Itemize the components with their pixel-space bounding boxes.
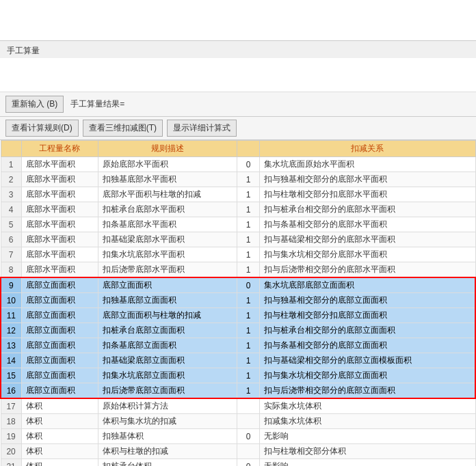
table-row[interactable]: 18体积体积与集水坑的扣减扣减集水坑体积 <box>1 414 475 429</box>
row-index: 4 <box>1 202 21 217</box>
col-header-name: 工程量名称 <box>21 141 98 157</box>
row-rule-desc: 扣基础梁底部立面面积 <box>98 353 237 368</box>
row-quantity-name: 底部立面面积 <box>21 353 98 368</box>
table-row[interactable]: 12底部立面面积扣桩承台底部立面面积1扣与桩承台相交部分的底部立面面积 <box>1 323 475 338</box>
table-row[interactable]: 20体积体积与柱墩的扣减扣与柱墩相交部分体积 <box>1 444 475 459</box>
row-deduct-relation: 集水坑底面原始水平面积 <box>260 157 475 172</box>
row-coeff: 1 <box>237 323 260 338</box>
table-row[interactable]: 10底部立面面积扣独基底部立面面积1扣与独基相交部分的底部立面面积 <box>1 293 475 308</box>
row-index: 9 <box>1 277 21 293</box>
row-index: 13 <box>1 338 21 353</box>
row-deduct-relation: 扣与后浇带相交部分的底部立面面积 <box>260 383 475 399</box>
row-quantity-name: 底部立面面积 <box>21 383 98 399</box>
table-row[interactable]: 5底部水平面积扣条基底部水平面积1扣与条基相交部分的底部水平面积 <box>1 217 475 232</box>
toolbar-row-2: 查看计算规则(D) 查看三维扣减图(T) 显示详细计算式 <box>0 117 476 140</box>
table-header-row: 工程量名称 规则描述 扣减关系 <box>1 141 475 157</box>
row-rule-desc: 底部立面面积与柱墩的扣减 <box>98 308 237 323</box>
table-row[interactable]: 1底部水平面积原始底部水平面积0集水坑底面原始水平面积 <box>1 157 475 172</box>
row-rule-desc: 扣后浇带底部水平面积 <box>98 262 237 278</box>
row-quantity-name: 体积 <box>21 398 98 414</box>
row-index: 16 <box>1 383 21 399</box>
row-rule-desc: 扣集水坑底部立面面积 <box>98 368 237 383</box>
row-deduct-relation: 扣与桩承台相交部分的底部水平面积 <box>260 202 475 217</box>
table-row[interactable]: 16底部立面面积扣后浇带底部立面面积1扣与后浇带相交部分的底部立面面积 <box>1 383 475 399</box>
row-coeff: 1 <box>237 368 260 383</box>
row-quantity-name: 底部水平面积 <box>21 217 98 232</box>
row-coeff <box>237 414 260 429</box>
3d-button[interactable]: 查看三维扣减图(T) <box>83 120 163 137</box>
row-rule-desc: 扣独基底部水平面积 <box>98 172 237 187</box>
row-deduct-relation: 扣与基础梁相交部分的底部水平面积 <box>260 232 475 247</box>
table-row[interactable]: 9底部立面面积底部立面面积0集水坑底部底部立面面积 <box>1 277 475 293</box>
row-deduct-relation: 集水坑底部底部立面面积 <box>260 277 475 293</box>
row-quantity-name: 底部立面面积 <box>21 368 98 383</box>
table-row[interactable]: 14底部立面面积扣基础梁底部立面面积1扣与基础梁相交部分的底部立面模板面积 <box>1 353 475 368</box>
row-quantity-name: 底部立面面积 <box>21 308 98 323</box>
table-row[interactable]: 8底部水平面积扣后浇带底部水平面积1扣与后浇带相交部分的底部水平面积 <box>1 262 475 278</box>
table-row[interactable]: 6底部水平面积扣基础梁底部水平面积1扣与基础梁相交部分的底部水平面积 <box>1 232 475 247</box>
table-row[interactable]: 19体积扣独基体积0无影响 <box>1 429 475 444</box>
table-row[interactable]: 3底部水平面积底部水平面积与柱墩的扣减1扣与柱墩相交部分扣底部水平面积 <box>1 187 475 202</box>
row-coeff: 0 <box>237 277 260 293</box>
row-coeff: 1 <box>237 383 260 399</box>
table-row[interactable]: 13底部立面面积扣条基底部立面面积1扣与条基相交部分的底部立面面积 <box>1 338 475 353</box>
row-deduct-relation: 无影响 <box>260 429 475 444</box>
row-coeff: 0 <box>237 459 260 467</box>
row-deduct-relation: 扣与柱墩相交部分扣底部立面面积 <box>260 308 475 323</box>
row-coeff: 0 <box>237 429 260 444</box>
row-deduct-relation: 扣与集水坑相交部分底部水平面积 <box>260 247 475 262</box>
row-quantity-name: 底部水平面积 <box>21 187 98 202</box>
row-deduct-relation: 扣与柱墩相交部分体积 <box>260 444 475 459</box>
row-coeff: 0 <box>237 157 260 172</box>
rules-button[interactable]: 查看计算规则(D) <box>5 120 79 137</box>
row-index: 7 <box>1 247 21 262</box>
row-coeff: 1 <box>237 262 260 278</box>
row-index: 20 <box>1 444 21 459</box>
row-quantity-name: 体积 <box>21 459 98 467</box>
manual-input-area <box>0 58 476 92</box>
row-index: 12 <box>1 323 21 338</box>
row-coeff: 1 <box>237 247 260 262</box>
row-quantity-name: 底部水平面积 <box>21 262 98 278</box>
row-index: 6 <box>1 232 21 247</box>
reinput-button[interactable]: 重新输入 (B) <box>5 96 64 113</box>
table-row[interactable]: 21体积扣桩承台体积0无影响 <box>1 459 475 467</box>
row-index: 2 <box>1 172 21 187</box>
row-rule-desc: 体积与集水坑的扣减 <box>98 414 237 429</box>
row-deduct-relation: 扣减集水坑体积 <box>260 414 475 429</box>
row-coeff: 1 <box>237 308 260 323</box>
col-header-coeff <box>237 141 260 157</box>
row-coeff <box>237 398 260 414</box>
row-coeff: 1 <box>237 187 260 202</box>
table-row[interactable]: 15底部立面面积扣集水坑底部立面面积1扣与集水坑相交部分底部立面面积 <box>1 368 475 383</box>
table-row[interactable]: 7底部水平面积扣集水坑底部水平面积1扣与集水坑相交部分底部水平面积 <box>1 247 475 262</box>
row-rule-desc: 底部水平面积与柱墩的扣减 <box>98 187 237 202</box>
row-rule-desc: 扣基础梁底部水平面积 <box>98 232 237 247</box>
row-deduct-relation: 扣与条基相交部分的底部立面面积 <box>260 338 475 353</box>
row-deduct-relation: 扣与集水坑相交部分底部立面面积 <box>260 368 475 383</box>
row-deduct-relation: 实际集水坑体积 <box>260 398 475 414</box>
row-index: 15 <box>1 368 21 383</box>
row-deduct-relation: 扣与桩承台相交部分的底部立面面积 <box>260 323 475 338</box>
table-row[interactable]: 4底部水平面积扣桩承台底部水平面积1扣与桩承台相交部分的底部水平面积 <box>1 202 475 217</box>
row-deduct-relation: 扣与独基相交部分的底部水平面积 <box>260 172 475 187</box>
row-quantity-name: 底部水平面积 <box>21 247 98 262</box>
table-container: 工程量名称 规则描述 扣减关系 1底部水平面积原始底部水平面积0集水坑底面原始水… <box>0 140 476 466</box>
row-index: 11 <box>1 308 21 323</box>
table-row[interactable]: 17体积原始体积计算方法实际集水坑体积 <box>1 398 475 414</box>
rules-table: 工程量名称 规则描述 扣减关系 1底部水平面积原始底部水平面积0集水坑底面原始水… <box>0 140 476 466</box>
table-row[interactable]: 11底部立面面积底部立面面积与柱墩的扣减1扣与柱墩相交部分扣底部立面面积 <box>1 308 475 323</box>
table-row[interactable]: 2底部水平面积扣独基底部水平面积1扣与独基相交部分的底部水平面积 <box>1 172 475 187</box>
row-rule-desc: 原始底部水平面积 <box>98 157 237 172</box>
row-rule-desc: 扣集水坑底部水平面积 <box>98 247 237 262</box>
row-coeff: 1 <box>237 217 260 232</box>
row-index: 21 <box>1 459 21 467</box>
row-deduct-relation: 扣与独基相交部分的底部立面面积 <box>260 293 475 308</box>
row-rule-desc: 体积与柱墩的扣减 <box>98 444 237 459</box>
row-deduct-relation: 无影响 <box>260 459 475 467</box>
row-rule-desc: 扣后浇带底部立面面积 <box>98 383 237 399</box>
row-index: 10 <box>1 293 21 308</box>
detail-button[interactable]: 显示详细计算式 <box>167 120 237 137</box>
manual-section-label: 手工算量 <box>0 41 476 58</box>
toolbar-row-1: 重新输入 (B) 手工算量结果= <box>0 92 476 117</box>
